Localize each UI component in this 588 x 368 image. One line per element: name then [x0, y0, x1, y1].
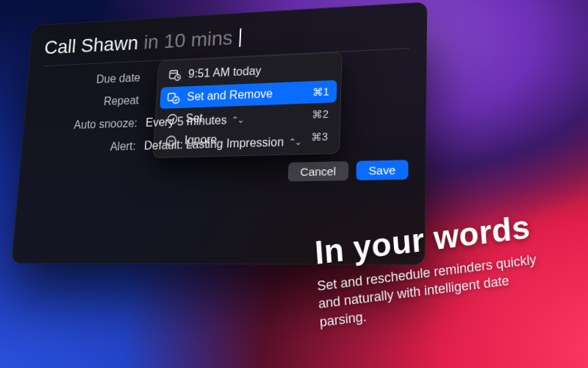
repeat-label: Repeat: [39, 93, 147, 110]
reminder-edit-window: Call Shawn in 10 mins 9:51 AM today: [11, 1, 427, 264]
stepper-icon: ⌃⌄: [288, 137, 301, 148]
due-date-label: Due date: [41, 71, 149, 88]
cancel-button[interactable]: Cancel: [288, 161, 349, 182]
reminder-form: Due date Repeat Auto snooze: Every 5 min…: [32, 59, 409, 185]
row-alert: Alert: Default: Lasting Impression ⌃⌄: [35, 132, 409, 155]
alert-value: Default: Lasting Impression: [144, 135, 284, 152]
auto-snooze-value: Every 5 minutes: [146, 113, 227, 129]
dialog-button-row: Cancel Save: [32, 160, 408, 185]
alert-select[interactable]: Default: Lasting Impression ⌃⌄: [144, 135, 301, 153]
task-title-parsed-suffix: in 10 mins: [143, 26, 234, 54]
auto-snooze-label: Auto snooze:: [37, 116, 146, 132]
alert-label: Alert:: [35, 140, 145, 155]
row-repeat: Repeat: [39, 83, 409, 110]
row-auto-snooze: Auto snooze: Every 5 minutes ⌃⌄: [37, 107, 409, 132]
stepper-icon: ⌃⌄: [231, 115, 243, 125]
auto-snooze-select[interactable]: Every 5 minutes ⌃⌄: [146, 113, 243, 130]
text-caret: [240, 28, 242, 46]
save-button[interactable]: Save: [356, 160, 408, 180]
task-title-text: Call Shawn: [43, 32, 139, 59]
